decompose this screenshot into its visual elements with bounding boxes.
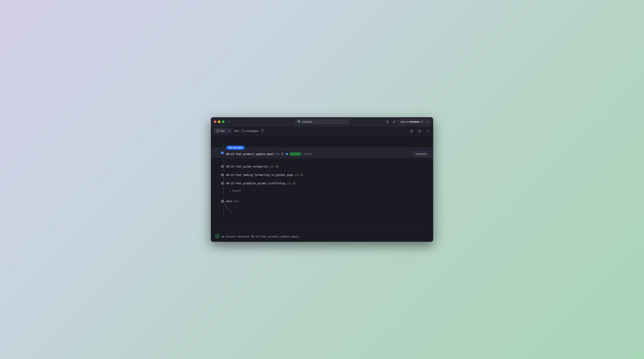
- main-branch-name: main: [226, 200, 232, 203]
- main-branch-time: 26m: [234, 200, 239, 203]
- url-display: localhost: [302, 120, 312, 123]
- svg-rect-1: [216, 129, 219, 131]
- branch-2-cloud-icon: [276, 165, 278, 168]
- minimize-button[interactable]: [218, 120, 220, 123]
- open-schedule-group: Open in Schedule ⌘O ▾: [398, 119, 430, 125]
- open-badge-label: Open: [294, 153, 300, 155]
- refresh-icon[interactable]: [425, 129, 430, 133]
- traffic-lights: [214, 120, 224, 123]
- share-icon[interactable]: [385, 119, 390, 124]
- pull-group: Pull ▾: [214, 128, 232, 134]
- terminal-check-icon: [216, 234, 219, 239]
- svg-point-3: [419, 130, 420, 131]
- app-window: ‹ 🔍 localhost Open in Schedule: [211, 117, 433, 242]
- toolbar-right: [409, 129, 430, 133]
- folder-icon: [242, 129, 245, 133]
- restack-row[interactable]: ↕ Restack: [211, 188, 433, 194]
- active-branch-time: 2m: [276, 152, 280, 155]
- active-branch-dot: [221, 152, 224, 154]
- keyboard-shortcut: ⌘O: [420, 120, 424, 123]
- toolbar-time: 26m: [234, 129, 239, 132]
- svg-text:⋮: ⋮: [222, 224, 226, 228]
- active-branch-cloud-icon: [281, 152, 284, 156]
- open-schedule-button[interactable]: Open in Schedule ⌘O: [398, 119, 426, 124]
- main-content: ⋮ ⋮ You are here 08-23-feat_prod: [211, 136, 433, 231]
- active-branch-wrapper: You are here 08-23-feat_product_update_e…: [211, 147, 433, 158]
- main-dot: [221, 200, 224, 203]
- branch-2-name: 08-22-feat_guide_categories: [226, 165, 268, 168]
- open-schedule-chevron[interactable]: ▾: [426, 119, 430, 125]
- pr-number: #14612: [304, 152, 312, 155]
- search-icon: 🔍: [298, 120, 301, 123]
- toolbar: Pull ▾ 26m monologue: [211, 126, 433, 136]
- svg-point-12: [216, 235, 219, 238]
- search-bar[interactable]: 🔍 localhost: [295, 119, 349, 124]
- link-icon[interactable]: [392, 119, 396, 124]
- close-button[interactable]: [214, 120, 216, 123]
- active-branch-name: 08-23-feat_product_update_email: [226, 152, 274, 156]
- branch-3-dot: [221, 174, 224, 176]
- branch-2-time: 12h: [270, 165, 274, 168]
- uncommit-button[interactable]: Uncommit: [412, 151, 429, 156]
- status-dot: [286, 153, 288, 155]
- maximize-button[interactable]: [222, 120, 224, 123]
- branch-item-2[interactable]: 08-22-feat_guide_categories 12h: [211, 162, 433, 171]
- branch-3-cloud-icon: [300, 173, 304, 177]
- branch-2-dot: [221, 165, 224, 168]
- branch-3-time: 12h: [295, 174, 299, 176]
- pull-label: Pull: [220, 129, 225, 132]
- pull-chevron[interactable]: ▾: [227, 129, 231, 133]
- branch-4-time: 13h: [287, 182, 291, 185]
- back-button[interactable]: ‹: [228, 119, 230, 124]
- open-schedule-text: Open in Schedule: [400, 120, 419, 123]
- folder-group: monologue: [242, 129, 258, 133]
- branch-3-name: 08-22-feat_adding_formatting_to_guides_p…: [226, 173, 293, 176]
- repo-name: monologue: [246, 129, 258, 132]
- titlebar: ‹ 🔍 localhost Open in Schedule: [211, 117, 433, 126]
- restack-label: Restack: [232, 189, 241, 192]
- pull-icon: [216, 129, 219, 133]
- bell-icon[interactable]: [409, 129, 414, 133]
- pull-button[interactable]: Pull: [214, 128, 227, 133]
- open-badge: Open: [290, 152, 302, 156]
- terminal-bar: gt branch checkout 08-23-feat_product_up…: [211, 231, 433, 242]
- restack-icon: ↕: [229, 189, 230, 192]
- titlebar-right: Open in Schedule ⌘O ▾: [385, 119, 430, 125]
- terminal-command: gt branch checkout 08-23-feat_product_up…: [222, 235, 299, 238]
- main-branch-item[interactable]: main 26m: [211, 197, 433, 205]
- branch-list: You are here 08-23-feat_product_update_e…: [211, 139, 433, 207]
- branch-4-cloud-icon: [293, 182, 296, 185]
- settings-icon[interactable]: [417, 129, 422, 133]
- you-are-here-badge: You are here: [226, 146, 244, 150]
- branch-4-dot: [221, 182, 224, 185]
- branch-item-3[interactable]: 08-22-feat_adding_formatting_to_guides_p…: [211, 171, 433, 179]
- push-icon[interactable]: [261, 129, 264, 133]
- branch-item-4[interactable]: 08-22-feat_graphite_guides_scaffolding 1…: [211, 179, 433, 188]
- branch-4-name: 08-22-feat_graphite_guides_scaffolding: [226, 182, 286, 185]
- open-badge-dot: [292, 153, 293, 155]
